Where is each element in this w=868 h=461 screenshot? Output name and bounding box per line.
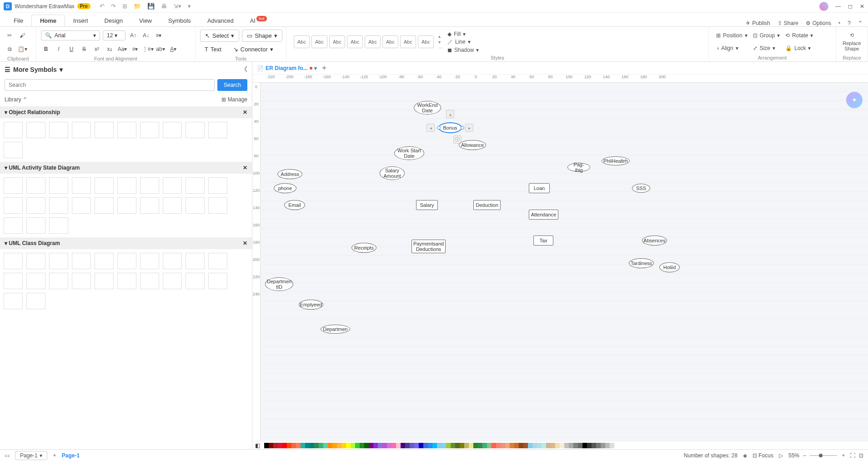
increase-font-icon[interactable]: A↑: [128, 30, 138, 40]
color-swatch[interactable]: [287, 443, 291, 448]
size-button[interactable]: ⤢ Size ▾: [753, 45, 780, 51]
shape-thumb[interactable]: [186, 253, 205, 269]
line-button[interactable]: ／ Line ▾: [447, 38, 479, 46]
color-swatch[interactable]: [264, 443, 269, 448]
shape-thumb[interactable]: [4, 293, 23, 309]
style-swatch-7[interactable]: Abc: [418, 35, 434, 48]
style-swatch-1[interactable]: Abc: [311, 35, 327, 48]
shape-thumb[interactable]: [4, 273, 23, 289]
color-swatch[interactable]: [469, 443, 473, 448]
color-swatch[interactable]: [601, 443, 605, 448]
color-swatch[interactable]: [537, 443, 542, 448]
shape-thumb[interactable]: [95, 253, 114, 269]
tab-symbols[interactable]: Symbols: [160, 15, 199, 26]
shape-thumb[interactable]: [95, 177, 114, 194]
notification-icon[interactable]: •: [838, 20, 840, 26]
color-swatch[interactable]: [446, 443, 451, 448]
color-swatch[interactable]: [510, 443, 514, 448]
shape-thumb[interactable]: [49, 197, 68, 214]
style-swatch-0[interactable]: Abc: [294, 35, 310, 48]
node-tardiness[interactable]: Tardiness: [629, 258, 654, 268]
node-loan[interactable]: Loan: [529, 183, 550, 193]
node-bonus[interactable]: Bonus: [439, 123, 462, 133]
focus-button[interactable]: ⊡ Focus: [753, 452, 773, 459]
zoom-out-icon[interactable]: −: [803, 452, 806, 459]
layers-icon[interactable]: ◈: [743, 452, 747, 459]
shape-thumb[interactable]: [49, 217, 68, 234]
color-swatch[interactable]: [464, 443, 469, 448]
color-swatch[interactable]: [432, 443, 437, 448]
node-allowance[interactable]: Allowance: [459, 140, 486, 150]
style-swatch-5[interactable]: Abc: [382, 35, 398, 48]
color-swatch[interactable]: [560, 443, 564, 448]
shape-thumb[interactable]: [26, 122, 45, 138]
shape-thumb[interactable]: [163, 122, 182, 138]
color-swatch[interactable]: [405, 443, 410, 448]
section-uml-class[interactable]: ▾ UML Class Diagram✕: [0, 237, 252, 249]
color-swatch[interactable]: [355, 443, 360, 448]
shape-thumb[interactable]: [49, 177, 68, 194]
node-holiid[interactable]: Holiid: [659, 262, 680, 272]
shape-thumb[interactable]: [26, 273, 45, 289]
options-button[interactable]: ⚙ Options: [806, 20, 831, 26]
fullscreen-icon[interactable]: ⊡: [859, 452, 863, 459]
shape-thumb[interactable]: [72, 253, 91, 269]
color-swatch[interactable]: [519, 443, 523, 448]
style-swatch-3[interactable]: Abc: [347, 35, 363, 48]
help-icon[interactable]: ?: [848, 20, 851, 26]
text-tool[interactable]: T Text: [200, 44, 226, 55]
style-swatch-6[interactable]: Abc: [400, 35, 416, 48]
collapse-panel-icon[interactable]: 《: [241, 65, 247, 74]
color-swatch[interactable]: [351, 443, 355, 448]
select-tool[interactable]: ↖ Select ▾: [200, 30, 239, 42]
color-swatch[interactable]: [551, 443, 555, 448]
color-swatch[interactable]: [410, 443, 414, 448]
section-object-relationship[interactable]: ▾ Object Relationship✕: [0, 106, 252, 118]
color-swatch[interactable]: [364, 443, 369, 448]
node-salary[interactable]: Salary: [416, 200, 438, 210]
node-receipts[interactable]: Receipts: [351, 243, 376, 253]
tab-home[interactable]: Home: [31, 15, 65, 26]
qat-more-icon[interactable]: ▾: [188, 3, 191, 10]
layout-icon[interactable]: ▭: [5, 452, 10, 459]
node-pagibig[interactable]: Pag-ibig: [567, 163, 590, 172]
shape-thumb[interactable]: [117, 253, 136, 269]
color-swatch[interactable]: [482, 443, 487, 448]
shape-thumb[interactable]: [208, 122, 227, 138]
shape-thumb[interactable]: [208, 197, 227, 214]
color-swatch[interactable]: [378, 443, 382, 448]
shape-thumb[interactable]: [95, 122, 114, 138]
color-swatch[interactable]: [414, 443, 419, 448]
shape-thumb[interactable]: [49, 122, 68, 138]
style-swatch-2[interactable]: Abc: [329, 35, 345, 48]
shape-thumb[interactable]: [95, 197, 114, 214]
shape-thumb[interactable]: [186, 122, 205, 138]
color-swatch[interactable]: [428, 443, 432, 448]
shape-thumb[interactable]: [4, 142, 23, 158]
tab-insert[interactable]: Insert: [65, 15, 96, 26]
shape-thumb[interactable]: [72, 273, 91, 289]
color-swatch[interactable]: [532, 443, 537, 448]
underline-icon[interactable]: U: [66, 44, 76, 54]
hint-right-icon[interactable]: ▸: [465, 124, 473, 132]
color-swatch[interactable]: [578, 443, 582, 448]
color-swatch[interactable]: [296, 443, 301, 448]
node-departmen[interactable]: Departmen: [321, 325, 350, 334]
section-uml-activity[interactable]: ▾ UML Activity State Diagram✕: [0, 162, 252, 174]
shape-thumb[interactable]: [72, 122, 91, 138]
color-swatch[interactable]: [573, 443, 578, 448]
color-swatch[interactable]: [614, 443, 619, 448]
shape-thumb[interactable]: [26, 217, 45, 234]
line-spacing-icon[interactable]: ≡▾: [130, 44, 140, 54]
format-painter-icon[interactable]: 🖌: [17, 30, 27, 40]
tab-advanced[interactable]: Advanced: [199, 15, 242, 26]
shape-thumb[interactable]: [72, 197, 91, 214]
shape-thumb[interactable]: [140, 177, 159, 194]
symbol-search-input[interactable]: [5, 79, 215, 91]
document-tab[interactable]: 📄 ER Diagram fo... ▾: [257, 65, 317, 71]
shape-thumb[interactable]: [186, 197, 205, 214]
color-swatch[interactable]: [496, 443, 501, 448]
color-swatch[interactable]: [360, 443, 364, 448]
group-button[interactable]: ⊡ Group ▾: [753, 32, 780, 39]
color-picker-icon[interactable]: ◧: [255, 442, 261, 449]
